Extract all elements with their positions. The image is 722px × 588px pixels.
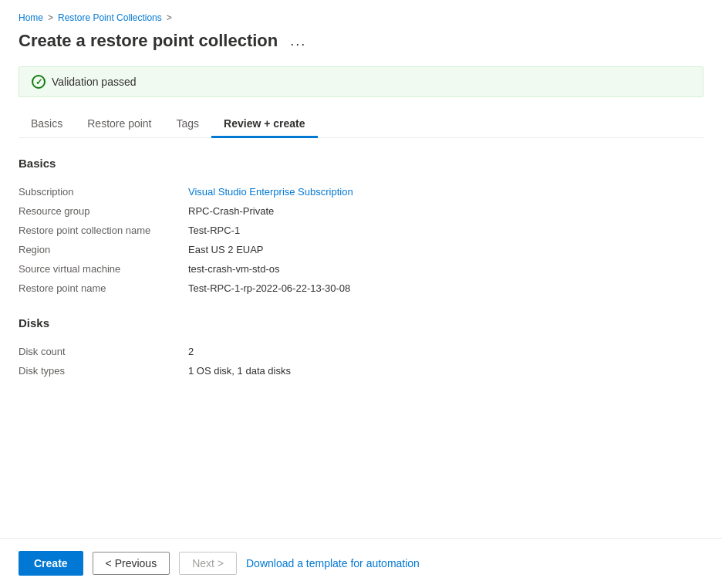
page-title: Create a restore point collection: [19, 31, 278, 51]
basics-details-grid: Subscription Visual Studio Enterprise Su…: [19, 182, 703, 298]
tab-basics[interactable]: Basics: [19, 111, 75, 138]
value-source-vm: test-crash-vm-std-os: [188, 259, 703, 279]
download-template-link[interactable]: Download a template for automation: [246, 553, 420, 574]
tabs-container: Basics Restore point Tags Review + creat…: [19, 111, 703, 138]
label-disk-types: Disk types: [19, 361, 188, 380]
validation-check-icon: [32, 75, 46, 89]
validation-banner: Validation passed: [19, 66, 703, 97]
breadcrumb-collections[interactable]: Restore Point Collections: [58, 12, 162, 23]
validation-message: Validation passed: [52, 76, 136, 88]
more-options-button[interactable]: ...: [285, 32, 311, 51]
basics-section-title: Basics: [19, 157, 703, 170]
label-source-vm: Source virtual machine: [19, 259, 188, 279]
label-collection-name: Restore point collection name: [19, 221, 188, 240]
label-restore-point-name: Restore point name: [19, 279, 188, 298]
tab-restore-point[interactable]: Restore point: [75, 111, 164, 138]
value-region: East US 2 EUAP: [188, 240, 703, 259]
value-subscription[interactable]: Visual Studio Enterprise Subscription: [188, 182, 703, 201]
value-disk-count: 2: [188, 342, 703, 361]
disks-section: Disks Disk count 2 Disk types 1 OS disk,…: [19, 316, 703, 380]
breadcrumb-separator-2: >: [167, 12, 172, 23]
disks-details-grid: Disk count 2 Disk types 1 OS disk, 1 dat…: [19, 342, 703, 380]
previous-button[interactable]: < Previous: [93, 552, 170, 575]
footer: Create < Previous Next > Download a temp…: [0, 538, 722, 588]
label-disk-count: Disk count: [19, 342, 188, 361]
breadcrumb: Home > Restore Point Collections >: [19, 12, 703, 23]
next-button[interactable]: Next >: [179, 552, 237, 575]
label-region: Region: [19, 240, 188, 259]
basics-section: Basics Subscription Visual Studio Enterp…: [19, 157, 703, 298]
value-collection-name: Test-RPC-1: [188, 221, 703, 240]
create-button[interactable]: Create: [19, 551, 83, 576]
label-resource-group: Resource group: [19, 201, 188, 221]
label-subscription: Subscription: [19, 182, 188, 201]
tab-review-create[interactable]: Review + create: [211, 111, 317, 138]
breadcrumb-separator-1: >: [48, 12, 53, 23]
page-title-row: Create a restore point collection ...: [19, 31, 703, 51]
disks-section-title: Disks: [19, 316, 703, 329]
value-resource-group: RPC-Crash-Private: [188, 201, 703, 221]
value-restore-point-name: Test-RPC-1-rp-2022-06-22-13-30-08: [188, 279, 703, 298]
value-disk-types: 1 OS disk, 1 data disks: [188, 361, 703, 380]
breadcrumb-home[interactable]: Home: [19, 12, 43, 23]
tab-tags[interactable]: Tags: [164, 111, 212, 138]
